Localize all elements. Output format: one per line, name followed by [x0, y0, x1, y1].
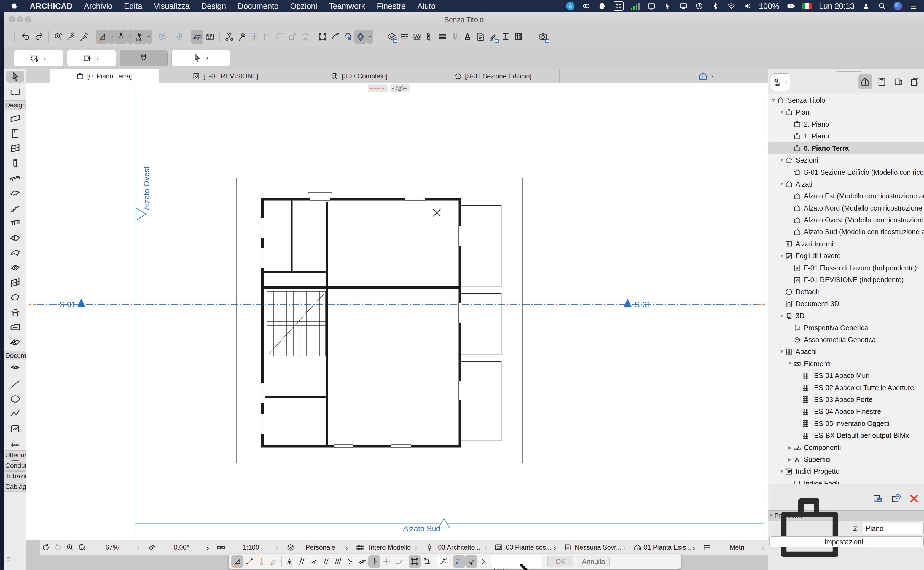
guide-remove-button[interactable] [255, 555, 268, 567]
revision-cloud-button[interactable] [342, 29, 354, 44]
palette-resize-handle[interactable] [5, 554, 16, 568]
zoom-in-button[interactable] [64, 542, 76, 553]
tree-item[interactable]: 2. Piano [768, 118, 924, 130]
menu-finestre[interactable]: Finestre [377, 2, 406, 11]
project-chooser-button[interactable] [771, 74, 790, 91]
panel-drag-handle[interactable] [837, 71, 861, 72]
tree-item[interactable]: IES-03 Abaco Porte [768, 394, 924, 406]
disclosure-open-icon[interactable]: ▼ [787, 361, 793, 366]
disclosure-closed-icon[interactable]: ▶ [787, 457, 793, 463]
tool-railing[interactable] [6, 217, 24, 229]
tree-item[interactable]: Assonometria Generica [768, 334, 924, 346]
grid-skewed-button[interactable] [156, 29, 169, 44]
tool-door[interactable] [6, 127, 24, 139]
time-machine-icon[interactable] [695, 2, 704, 11]
capture-button[interactable] [537, 29, 550, 44]
trim-button[interactable] [261, 29, 274, 44]
snap-constraint-button[interactable] [465, 555, 477, 567]
model-view-button[interactable] [493, 542, 505, 553]
elevate-button[interactable] [299, 29, 312, 44]
wifi-icon[interactable] [727, 2, 736, 11]
magnet-button[interactable] [120, 50, 168, 66]
activity-bars-icon[interactable] [631, 2, 640, 10]
tree-item[interactable]: ▼Indici Progetto [768, 466, 924, 477]
tool-curtain-wall[interactable] [6, 276, 24, 289]
tool-wall[interactable] [6, 113, 24, 125]
tool-shell[interactable] [6, 247, 24, 259]
tool-marquee[interactable] [6, 86, 24, 98]
disclosure-open-icon[interactable]: ▼ [779, 158, 785, 163]
tree-item[interactable]: Alzato Ovest (Modello con ricostruzione [768, 214, 924, 226]
favorites-button[interactable] [354, 29, 367, 44]
attr-linetype-button[interactable] [398, 29, 411, 44]
reno-filter-button[interactable] [632, 542, 644, 553]
edit-box-button[interactable] [421, 555, 433, 567]
layout-book-button[interactable] [892, 75, 905, 89]
tab-4[interactable]: [S-01 Sezione Edificio] [426, 69, 560, 83]
story-name-field[interactable]: Piano [863, 523, 924, 534]
chevron-down-button[interactable] [108, 29, 115, 44]
tool-line[interactable] [6, 378, 24, 390]
tool-slab[interactable] [6, 187, 24, 199]
disclosure-open-icon[interactable]: ▼ [770, 98, 776, 103]
adjust-button[interactable] [236, 29, 248, 44]
tree-item[interactable]: ▼Alzati [768, 178, 924, 190]
pen-set-button[interactable] [423, 542, 435, 553]
tab-1[interactable]: [0. Piano Terra] [50, 69, 159, 83]
pointer-status-icon[interactable] [663, 2, 672, 11]
fillet-button[interactable] [274, 29, 286, 44]
snap-edge-button[interactable] [356, 555, 368, 567]
tree-item[interactable]: ▶Componenti [768, 441, 924, 453]
tree-item[interactable]: Alzati Interni [768, 238, 924, 250]
disclosure-open-icon[interactable]: ▼ [779, 110, 785, 115]
publisher-button[interactable] [908, 75, 922, 89]
attr-profile-button[interactable] [499, 29, 512, 44]
tree-item[interactable]: Alzato Est (Modello con ricostruzione au… [768, 190, 924, 202]
guide-segment-button[interactable] [243, 555, 255, 567]
tool-figure[interactable] [6, 423, 24, 435]
settings-button[interactable]: Impostazioni... [769, 536, 924, 547]
attr-fill-button[interactable] [411, 29, 423, 44]
layer-combo-button[interactable] [284, 542, 296, 553]
statusbar-menu[interactable]: 03 Piante cos... [505, 544, 560, 551]
statusbar-menu[interactable]: 0,00° [158, 544, 212, 551]
tree-item[interactable]: Prospettiva Generica [768, 322, 924, 334]
tool-fill[interactable] [6, 363, 24, 375]
statusbar-menu[interactable]: Intero Modello [366, 544, 421, 551]
drawing-canvas[interactable]: Alzato Ovest Alzato Est Alzato Sud S-01 … [26, 83, 768, 539]
snap-parallel-button[interactable] [295, 555, 308, 567]
tree-item[interactable]: 1. Piano [768, 130, 924, 142]
pickup-parameters-button[interactable] [64, 29, 77, 44]
tree-item[interactable]: ▼3D [768, 310, 924, 322]
navigator-toggle-button[interactable] [695, 70, 718, 82]
statusbar-menu[interactable]: Personale [296, 544, 351, 551]
disclosure-open-icon[interactable]: ▼ [779, 253, 785, 259]
trace-visibility-button[interactable] [390, 84, 409, 92]
tool-beam[interactable] [6, 172, 24, 184]
tree-item[interactable]: ▼Senza Titolo [768, 94, 924, 106]
grid-rotated-button[interactable] [173, 29, 186, 44]
chevron-down-button[interactable] [127, 29, 133, 44]
statusbar-menu[interactable]: Metri [713, 544, 768, 551]
tree-item[interactable]: IES-02 Abaco di Tutte le Aperture [768, 382, 924, 394]
dim-unit-button[interactable] [701, 542, 713, 553]
tool-arc-circle[interactable] [6, 393, 24, 405]
menubar-clock[interactable]: Lun 20:13 [819, 2, 855, 11]
guide-eraser-button[interactable] [268, 555, 280, 567]
rotation-button[interactable] [145, 542, 158, 553]
view-settings-card-button[interactable] [872, 492, 884, 505]
find-select-button[interactable] [52, 29, 64, 44]
tree-item[interactable]: F-01 Flusso di Lavoro (Indipendente) [768, 262, 924, 274]
guide-lines-button[interactable] [96, 29, 108, 44]
display-status-icon[interactable] [647, 2, 656, 11]
creative-cloud-icon[interactable] [582, 2, 591, 11]
tree-item[interactable]: ▼Sezioni [768, 154, 924, 166]
x-mark[interactable] [433, 209, 440, 216]
attr-layers-button[interactable] [385, 29, 398, 44]
notification-center-icon[interactable] [909, 2, 918, 11]
stair-plan[interactable] [267, 291, 325, 356]
disclosure-open-icon[interactable]: ▼ [779, 469, 785, 474]
keyboard-flag-icon[interactable] [802, 3, 812, 9]
attr-renopen-button[interactable] [487, 29, 499, 44]
menu-teamwork[interactable]: Teamwork [329, 2, 365, 11]
